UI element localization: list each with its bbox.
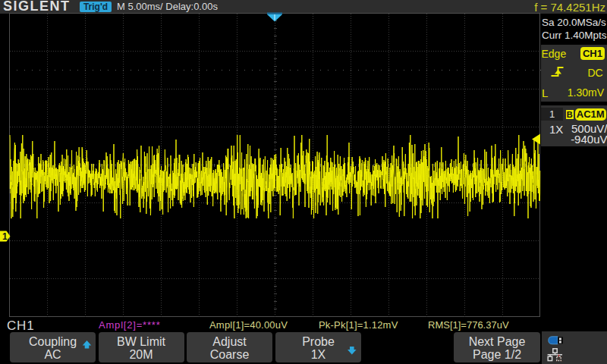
svg-text:1: 1 — [2, 231, 8, 242]
